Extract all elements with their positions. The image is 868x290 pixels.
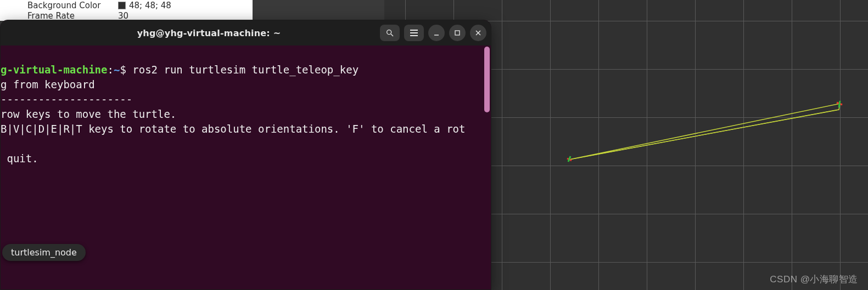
prop-label: Frame Rate (0, 11, 118, 21)
menu-button[interactable] (404, 25, 424, 41)
minimize-icon (432, 29, 441, 37)
maximize-button[interactable] (449, 25, 466, 41)
minimize-button[interactable] (428, 25, 445, 41)
hamburger-icon (410, 30, 418, 36)
scrollbar-thumb[interactable] (484, 47, 490, 112)
prompt-path: ~ (114, 64, 120, 76)
maximize-icon (453, 29, 462, 37)
titlebar[interactable]: yhg@yhg-virtual-machine: ~ (1, 20, 491, 46)
prop-row-bgcolor[interactable]: Background Color 48; 48; 48 (0, 0, 253, 10)
color-swatch (118, 2, 126, 9)
prompt-dollar: $ (120, 64, 132, 76)
prompt-host: g-virtual-machine (1, 64, 107, 76)
svg-point-0 (387, 30, 391, 35)
terminal-line: g from keyboard (1, 78, 95, 90)
terminal-line: --------------------- (1, 93, 132, 105)
terminal-command: ros2 run turtlesim turtle_teleop_key (132, 64, 359, 76)
close-icon (474, 29, 483, 37)
prop-label: Background Color (0, 1, 118, 10)
prompt-sep: : (107, 64, 113, 76)
terminal-line: B|V|C|D|E|R|T keys to rotate to absolute… (1, 123, 465, 135)
watermark: CSDN @小海聊智造 (770, 273, 858, 286)
terminal-line: row keys to move the turtle. (1, 108, 176, 120)
close-button[interactable] (470, 25, 486, 41)
window-title: yhg@yhg-virtual-machine: ~ (42, 28, 376, 38)
taskbar-chip-label: turtlesim_node (11, 247, 77, 258)
svg-rect-3 (455, 31, 460, 35)
search-icon (385, 29, 394, 37)
taskbar-chip-turtlesim[interactable]: turtlesim_node (2, 244, 86, 261)
search-button[interactable] (380, 25, 400, 41)
prop-value: 30 (118, 11, 128, 21)
svg-line-1 (391, 34, 393, 36)
properties-panel: Background Color 48; 48; 48 Frame Rate 3… (0, 0, 253, 21)
prop-value: 48; 48; 48 (129, 1, 171, 10)
terminal-line: quit. (1, 152, 38, 164)
